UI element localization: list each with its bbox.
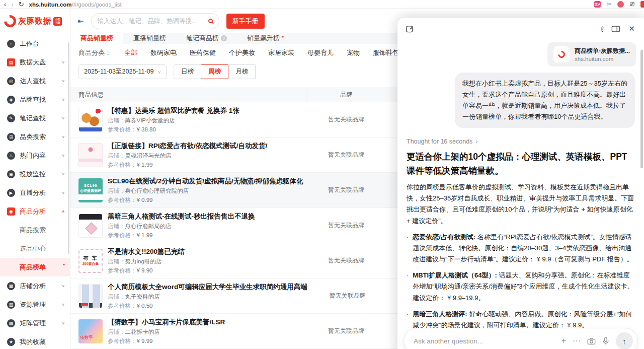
product-cell: 【特惠】达美乐 超值双比萨套餐 兑换券 1张 店铺：薅券VIP小食堂的店 参考价…	[70, 106, 306, 133]
page-context-chip[interactable]: 商品榜单-灰豚数据... xhs.huitun.com	[547, 42, 636, 66]
product-price: 参考价格：¥ 1.99	[108, 161, 267, 169]
product-title[interactable]: 不是清水文!!200篇已完结	[108, 247, 185, 256]
sidebar-item[interactable]: ★ 我的收藏	[0, 332, 70, 349]
category-option[interactable]: 母婴育儿	[307, 48, 334, 57]
rank-tab[interactable]: 笔记商品榜 ?	[176, 33, 237, 44]
search-input[interactable]	[98, 18, 204, 25]
sidebar-item-label: 资源管理	[20, 300, 57, 309]
sidebar-item[interactable]: ⌂ 工作台	[0, 34, 70, 53]
bullet-dot: ·	[407, 270, 409, 303]
tab-label: 商品销量榜	[80, 34, 113, 43]
product-thumbnail[interactable]	[78, 284, 103, 308]
sidebar-item[interactable]: ⊞ 品类搜索 ∨	[0, 127, 70, 146]
sidebar-item[interactable]: ◉ 商品分析 ∧	[0, 202, 70, 221]
period-tab[interactable]: 日榜	[174, 64, 201, 79]
help-icon[interactable]: ?	[221, 35, 227, 41]
sidebar-item[interactable]: ▶ 直播分析 ∨	[0, 183, 70, 202]
close-icon[interactable]: ✕	[628, 24, 635, 33]
category-option[interactable]: 全部	[124, 48, 137, 57]
brand-cell: 暂无关联品牌	[306, 221, 386, 230]
sidebar-item[interactable]: ✎ 笔记查找 ∨	[0, 109, 70, 127]
sidebar-item[interactable]: ◎ 达人查找 ∨	[0, 72, 70, 90]
scissors-extension-icon[interactable]: ✂	[606, 1, 612, 8]
product-thumbnail[interactable]: -SCL90- 心理健康测评	[78, 178, 103, 202]
period-tab[interactable]: 周榜	[201, 64, 228, 79]
category-option[interactable]: 家居家装	[268, 48, 294, 57]
sidebar-item[interactable]: ▣ 投放监控 ∨	[0, 165, 70, 183]
sidebar-item-icon: ★	[7, 338, 15, 346]
side-panel-toggle-icon[interactable]	[611, 25, 620, 33]
product-shop: 店铺：灵魂沼泽与光的店	[108, 152, 267, 160]
collapse-sidebar-icon[interactable]: ⇤	[77, 17, 84, 26]
sidebar-item[interactable]: ▥ 资源管理 ∨	[0, 295, 70, 314]
back-icon[interactable]: ‹	[4, 1, 6, 8]
sidebar-item[interactable]: 商品搜索	[0, 221, 70, 239]
tab-label: 笔记商品榜	[186, 34, 219, 43]
category-option[interactable]: 医药保健	[190, 48, 216, 57]
product-thumbnail[interactable]: 有 车 200篇合集	[78, 249, 103, 273]
product-title[interactable]: 【猜数字】小马宝莉卡片保底美普/LSR	[108, 318, 225, 327]
screenshot-camera-icon[interactable]	[587, 337, 596, 345]
category-option[interactable]: 宠物	[347, 48, 360, 57]
sidebar-scrollbar[interactable]	[68, 42, 69, 254]
more-options-icon[interactable]: ···	[573, 336, 581, 345]
category-option[interactable]: 服饰鞋包	[373, 48, 399, 57]
new-chat-icon[interactable]	[406, 25, 414, 33]
product-title[interactable]: 【正版链接】RPI恋爱占有欲/依恋模式测试/自动发货/	[108, 142, 267, 151]
product-cell: 猜数字 【猜数字】小马宝莉卡片保底美普/LSR 店铺：二花拆卡的店 参考价格：¥…	[70, 318, 306, 345]
product-title[interactable]: 【特惠】达美乐 超值双比萨套餐 兑换券 1张	[108, 106, 239, 115]
product-title[interactable]: 黑暗三角人格测试-在线测试-秒出报告售出不退换	[108, 212, 255, 221]
product-thumbnail[interactable]	[78, 143, 103, 167]
sidebar-item[interactable]: ▩ 矩阵管理 ∨	[0, 314, 70, 332]
bullet-text: 恋爱依恋/占有欲测试: 名称里有“RPI恋爱占有欲/依恋模式测试”。女性情感话题…	[413, 232, 635, 265]
category-option[interactable]: 个护美妆	[229, 48, 255, 57]
product-thumbnail[interactable]	[78, 214, 103, 238]
product-title[interactable]: 个人简历模板大全word可编辑应届大学生毕业生求职简约通用高端	[108, 283, 307, 292]
product-thumbnail[interactable]	[78, 108, 103, 132]
sidebar-item-icon: ▶	[7, 189, 15, 197]
sidebar-item-label: 工作台	[20, 39, 65, 48]
clipped-extension-icon[interactable]	[640, 1, 644, 8]
product-title[interactable]: SCL90在线测试/2分钟自动发货/虚拟商品/无物流/抑郁焦虑躯体化	[108, 177, 303, 186]
url-bar[interactable]: xhs.huitun.com/#/goods/goods_list	[29, 2, 122, 8]
sidebar-item[interactable]: 商品榜单 ●	[0, 258, 70, 276]
rank-tab[interactable]: 直播销量榜	[123, 33, 176, 44]
sidebar-item-label: 达人查找	[20, 77, 57, 86]
period-tab[interactable]: 月榜	[228, 64, 256, 79]
brand-cell: 暂无关联品牌	[306, 327, 386, 335]
sidebar-item[interactable]: ♨ 热门内容 ∨	[0, 146, 70, 165]
context-site-logo	[553, 46, 570, 62]
panel-scrollbar[interactable]	[640, 50, 643, 168]
camera-extension-icon[interactable]: ⎚	[629, 1, 635, 8]
product-thumbnail[interactable]: 猜数字	[78, 319, 103, 343]
thought-toggle[interactable]: Thought for 16 seconds ›	[407, 138, 635, 145]
sidebar-item-label: 品类搜索	[20, 132, 57, 142]
sidebar-item-label: 商品榜单	[20, 263, 60, 272]
recorder-extension-icon[interactable]	[617, 1, 624, 8]
forward-icon[interactable]: ›	[11, 1, 13, 8]
attach-plus-icon[interactable]: +	[561, 336, 566, 345]
signature-pen-icon[interactable]: ℓ	[601, 25, 604, 33]
thought-label: Thought for 16 seconds	[407, 138, 472, 145]
sidebar-item[interactable]: 选品中心	[0, 239, 70, 258]
ask-input[interactable]	[414, 337, 555, 345]
refresh-icon[interactable]: ↻	[19, 1, 24, 8]
sidebar-item[interactable]: ▦ 店铺分析 ∨	[0, 276, 70, 295]
sidebar-item[interactable]: ◈ 品牌查找 ∨	[0, 90, 70, 109]
rank-tab[interactable]: 商品销量榜	[70, 33, 123, 44]
app-logo[interactable]: 灰豚数据 小红书版	[0, 9, 70, 31]
sidebar-item[interactable]: ▤ 数据大盘 ∨	[0, 53, 70, 72]
send-button[interactable]: ↑	[616, 332, 633, 349]
category-option[interactable]: 数码家电	[150, 48, 177, 57]
sidebar-item-label: 热门内容	[20, 151, 57, 160]
rank-tab[interactable]: 销量飙升榜 ●	[237, 33, 294, 44]
translate-extension-icon[interactable]: 文A	[594, 1, 601, 8]
search-icon[interactable]	[208, 19, 213, 23]
microphone-icon[interactable]	[602, 337, 609, 345]
product-text: 黑暗三角人格测试-在线测试-秒出报告售出不退换 店铺：身心疗愈邮局的店 参考价格…	[108, 212, 255, 239]
date-range-select[interactable]: 2025-11-03至2025-11-09 ∨	[78, 64, 167, 79]
product-price: 参考价格：¥ 1.99	[108, 232, 255, 239]
handbook-button[interactable]: 新手手册	[226, 14, 265, 29]
chevron-icon: ∨	[61, 191, 65, 195]
product-price: 参考价格：¥ 38.80	[108, 126, 239, 133]
